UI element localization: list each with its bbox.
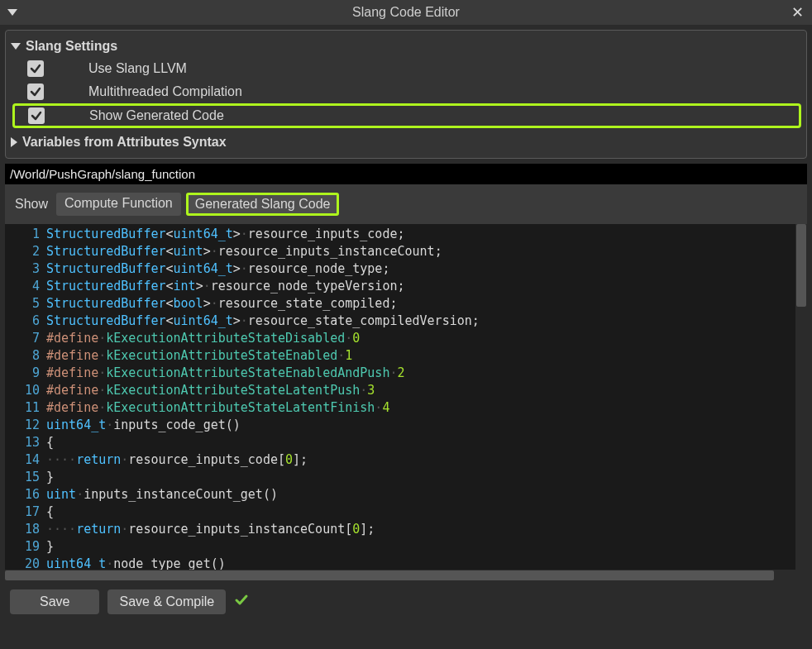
checkbox[interactable] xyxy=(28,107,45,124)
code-line[interactable]: uint64_t·node_type_get() xyxy=(46,556,795,570)
chevron-right-icon xyxy=(11,137,17,147)
code-line[interactable]: ····return·resource_inputs_instanceCount… xyxy=(46,521,795,538)
code-line[interactable]: #define·kExecutionAttributeStateLatentFi… xyxy=(46,399,795,417)
settings-row: Use Slang LLVM xyxy=(11,57,801,80)
footer: Save Save & Compile xyxy=(0,581,812,623)
line-gutter: 1234567891011121314151617181920 xyxy=(5,224,46,570)
tab[interactable]: Compute Function xyxy=(56,193,181,216)
variables-header[interactable]: Variables from Attributes Syntax xyxy=(11,131,801,153)
code-editor[interactable]: 1234567891011121314151617181920 Structur… xyxy=(5,224,807,570)
code-line[interactable]: StructuredBuffer<uint64_t>·resource_node… xyxy=(46,260,795,278)
code-line[interactable]: { xyxy=(46,503,795,521)
window-menu-icon[interactable] xyxy=(5,5,20,20)
variables-header-label: Variables from Attributes Syntax xyxy=(22,135,227,150)
code-line[interactable]: } xyxy=(46,469,795,486)
settings-header[interactable]: Slang Settings xyxy=(11,36,801,57)
code-line[interactable]: uint·inputs_instanceCount_get() xyxy=(46,486,795,503)
code-line[interactable]: #define·kExecutionAttributeStateEnabled·… xyxy=(46,347,795,365)
checkbox-label: Use Slang LLVM xyxy=(88,61,187,76)
code-line[interactable]: } xyxy=(46,538,795,556)
tab-row: Show Compute FunctionGenerated Slang Cod… xyxy=(5,184,807,224)
checkbox-label: Multithreaded Compilation xyxy=(88,84,242,99)
code-line[interactable]: ····return·resource_inputs_code[0]; xyxy=(46,451,795,469)
settings-row: Show Generated Code xyxy=(12,103,801,128)
show-label: Show xyxy=(15,197,48,212)
window-title: Slang Code Editor xyxy=(0,5,812,20)
code-line[interactable]: StructuredBuffer<bool>·resource_state_co… xyxy=(46,295,795,313)
code-line[interactable]: StructuredBuffer<uint>·resource_inputs_i… xyxy=(46,243,795,260)
code-line[interactable]: uint64_t·inputs_code_get() xyxy=(46,417,795,434)
settings-header-label: Slang Settings xyxy=(26,39,117,54)
code-line[interactable]: StructuredBuffer<uint64_t>·resource_inpu… xyxy=(46,226,795,243)
code-body[interactable]: StructuredBuffer<uint64_t>·resource_inpu… xyxy=(46,224,795,570)
chevron-down-icon xyxy=(11,43,21,50)
save-compile-button[interactable]: Save & Compile xyxy=(107,589,226,614)
horizontal-scrollbar[interactable] xyxy=(5,570,807,581)
tab[interactable]: Generated Slang Code xyxy=(186,193,340,216)
checkbox[interactable] xyxy=(27,84,44,100)
save-button[interactable]: Save xyxy=(10,589,99,614)
code-line[interactable]: #define·kExecutionAttributeStateDisabled… xyxy=(46,330,795,347)
vertical-scrollbar[interactable] xyxy=(795,224,807,570)
settings-panel: Slang Settings Use Slang LLVMMultithread… xyxy=(5,30,807,159)
compile-success-icon xyxy=(234,593,249,612)
code-line[interactable]: #define·kExecutionAttributeStateEnabledA… xyxy=(46,365,795,382)
checkbox[interactable] xyxy=(27,60,44,77)
titlebar: Slang Code Editor ✕ xyxy=(0,0,812,25)
settings-row: Multithreaded Compilation xyxy=(11,80,801,103)
code-line[interactable]: StructuredBuffer<uint64_t>·resource_stat… xyxy=(46,313,795,330)
path-bar[interactable]: /World/PushGraph/slang_function xyxy=(5,164,807,184)
checkbox-label: Show Generated Code xyxy=(89,108,224,123)
close-icon[interactable]: ✕ xyxy=(788,3,807,21)
vertical-scroll-thumb[interactable] xyxy=(796,224,806,307)
code-line[interactable]: #define·kExecutionAttributeStateLatentPu… xyxy=(46,382,795,399)
code-line[interactable]: StructuredBuffer<int>·resource_node_type… xyxy=(46,278,795,295)
code-line[interactable]: { xyxy=(46,434,795,451)
horizontal-scroll-thumb[interactable] xyxy=(5,570,774,580)
